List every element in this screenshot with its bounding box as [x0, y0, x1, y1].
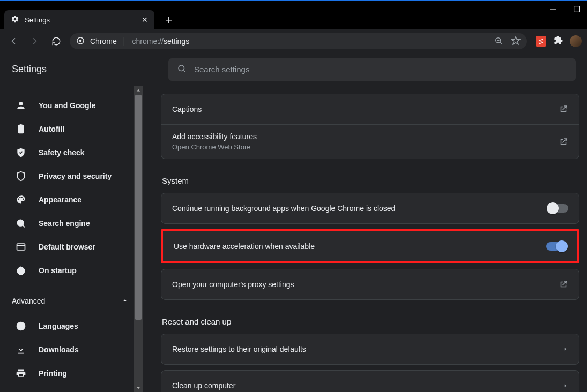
sidebar-advanced-label: Advanced: [12, 297, 45, 305]
settings-title: Settings: [0, 64, 168, 75]
browser-icon: [15, 242, 27, 252]
highlighted-row: Use hardware acceleration when available: [161, 229, 579, 263]
row-hardware-acceleration[interactable]: Use hardware acceleration when available: [163, 231, 577, 261]
sidebar-advanced-toggle[interactable]: Advanced: [0, 288, 143, 314]
sidebar-item-label: Printing: [39, 369, 67, 378]
svg-point-10: [17, 220, 24, 226]
row-captions[interactable]: Captions: [161, 94, 579, 124]
section-heading-system: System: [162, 176, 579, 185]
row-label: Continue running background apps when Go…: [172, 204, 395, 213]
sidebar-item-printing[interactable]: Printing: [0, 361, 143, 385]
row-background-apps[interactable]: Continue running background apps when Go…: [161, 193, 579, 223]
clipboard-icon: [15, 124, 27, 134]
row-label: Clean up computer: [172, 381, 235, 390]
power-icon: [15, 265, 27, 276]
reload-button[interactable]: [48, 33, 64, 49]
sidebar-item-label: Privacy and security: [39, 172, 112, 180]
svg-point-3: [79, 39, 82, 42]
chevron-up-icon: [121, 297, 129, 306]
svg-line-5: [500, 42, 502, 44]
tab-title: Settings: [25, 16, 50, 24]
url-path: settings: [164, 37, 189, 46]
settings-search-input[interactable]: [194, 65, 567, 74]
sidebar-item-downloads[interactable]: Downloads: [0, 338, 143, 361]
svg-point-8: [179, 65, 184, 71]
toggle-background-apps[interactable]: [548, 204, 568, 213]
row-proxy-settings[interactable]: Open your computer's proxy settings: [161, 269, 579, 299]
close-tab-icon[interactable]: ✕: [142, 16, 148, 24]
sidebar-item-label: Appearance: [39, 195, 81, 204]
url-scheme: chrome://: [132, 37, 164, 46]
row-label: Restore settings to their original defau…: [172, 345, 306, 353]
sidebar-item-label: Languages: [39, 322, 78, 330]
new-tab-button[interactable]: +: [161, 12, 177, 28]
svg-line-9: [183, 70, 185, 72]
chevron-right-icon: [563, 346, 568, 352]
toolbar: Chrome │ chrome://settings: [0, 29, 587, 53]
sidebar-item-search-engine[interactable]: Search engine: [0, 212, 143, 235]
chevron-right-icon: [563, 383, 568, 388]
row-restore-defaults[interactable]: Restore settings to their original defau…: [161, 334, 579, 364]
sidebar-item-label: Safety check: [39, 148, 85, 157]
settings-header: Settings: [0, 53, 587, 86]
sidebar-item-label: Autofill: [39, 125, 64, 133]
settings-sidebar: You and Google Autofill Safety check Pri…: [0, 86, 143, 392]
open-external-icon: [559, 137, 568, 147]
toggle-hardware-acceleration[interactable]: [546, 242, 567, 251]
omnibox-separator: │: [122, 37, 127, 46]
globe-icon: [15, 321, 27, 331]
search-icon: [177, 64, 187, 75]
svg-marker-7: [512, 36, 520, 44]
sidebar-item-label: On startup: [39, 266, 77, 275]
scrollbar-thumb[interactable]: [135, 95, 142, 320]
sidebar-item-label: Default browser: [39, 243, 95, 251]
sidebar-item-label: Search engine: [39, 219, 90, 228]
row-label: Add accessibility features: [172, 132, 257, 141]
sidebar-item-default-browser[interactable]: Default browser: [0, 235, 143, 259]
row-label: Open your computer's proxy settings: [172, 280, 294, 289]
profile-avatar[interactable]: [570, 35, 582, 47]
section-heading-reset: Reset and clean up: [162, 317, 579, 326]
printer-icon: [15, 368, 27, 379]
row-add-accessibility-features[interactable]: Add accessibility features Open Chrome W…: [161, 124, 579, 159]
zoom-icon[interactable]: [494, 36, 503, 47]
svg-rect-12: [17, 244, 25, 250]
forward-button[interactable]: [27, 33, 43, 49]
shield-icon: [15, 171, 27, 182]
row-cleanup-computer[interactable]: Clean up computer: [161, 371, 579, 392]
site-chip-label: Chrome: [90, 37, 117, 46]
shield-check-icon: [15, 147, 27, 158]
row-label: Use hardware acceleration when available: [174, 242, 315, 251]
window-maximize-button[interactable]: [570, 2, 584, 16]
sidebar-item-autofill[interactable]: Autofill: [0, 117, 143, 141]
bookmark-star-icon[interactable]: [511, 36, 521, 47]
extension-todoist-icon[interactable]: [536, 36, 546, 47]
settings-content: Captions Add accessibility features Open…: [143, 86, 587, 392]
open-external-icon: [559, 280, 568, 289]
svg-line-11: [23, 225, 25, 228]
sidebar-item-you-and-google[interactable]: You and Google: [0, 94, 143, 117]
scroll-up-icon[interactable]: [134, 86, 143, 95]
sidebar-item-on-startup[interactable]: On startup: [0, 259, 143, 282]
address-bar[interactable]: Chrome │ chrome://settings: [70, 33, 527, 49]
settings-search[interactable]: [168, 58, 576, 81]
sidebar-item-privacy[interactable]: Privacy and security: [0, 164, 143, 188]
open-external-icon: [559, 104, 568, 114]
extensions-button[interactable]: [553, 35, 563, 48]
sidebar-item-languages[interactable]: Languages: [0, 314, 143, 338]
scroll-down-icon[interactable]: [134, 383, 143, 392]
titlebar: Settings ✕ +: [0, 0, 587, 29]
search-icon: [15, 218, 27, 229]
site-chip-icon: [76, 36, 85, 47]
sidebar-item-label: Downloads: [39, 345, 79, 354]
window-accent-line: [0, 0, 587, 1]
back-button[interactable]: [5, 33, 21, 49]
svg-rect-0: [550, 9, 556, 9]
sidebar-item-appearance[interactable]: Appearance: [0, 188, 143, 212]
row-sublabel: Open Chrome Web Store: [172, 143, 257, 151]
sidebar-scrollbar[interactable]: [134, 86, 143, 392]
sidebar-item-safety-check[interactable]: Safety check: [0, 141, 143, 164]
window-minimize-button[interactable]: [546, 2, 560, 16]
browser-tab-settings[interactable]: Settings ✕: [4, 10, 154, 29]
download-icon: [15, 344, 27, 355]
